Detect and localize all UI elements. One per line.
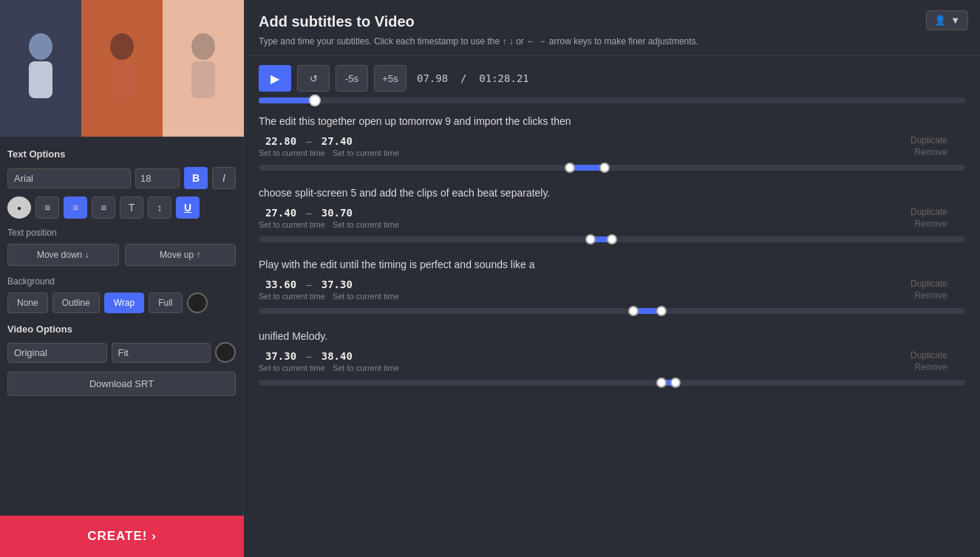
align-left-btn[interactable]: ≡ — [35, 197, 59, 219]
progress-thumb[interactable] — [309, 95, 321, 106]
subtitle-text: choose split-screen 5 and add the clips … — [259, 185, 965, 201]
range-thumb-left[interactable] — [628, 306, 639, 316]
play-button[interactable]: ▶ — [259, 65, 291, 92]
set-start-time-button[interactable]: Set to current time — [259, 220, 325, 229]
total-time: 01:28.21 — [479, 72, 528, 84]
skip-back-label: -5s — [345, 73, 358, 84]
align-center-btn[interactable]: ≡ — [64, 197, 87, 219]
svg-rect-3 — [110, 61, 134, 98]
duplicate-button[interactable]: Duplicate — [911, 207, 947, 217]
italic-button[interactable]: I — [212, 167, 236, 189]
timing-actions: Set to current time Set to current time — [259, 220, 399, 229]
range-slider[interactable] — [259, 308, 965, 314]
font-size-select[interactable]: 18 — [135, 168, 180, 188]
spacing-icon: ↕ — [157, 202, 163, 213]
sidebar-content: Text Options Arial 18 B I ● ≡ ≡ — [0, 137, 243, 516]
set-end-time-button[interactable]: Set to current time — [333, 220, 399, 229]
create-button[interactable]: CREATE! › — [0, 516, 244, 557]
range-slider[interactable] — [259, 165, 965, 171]
end-time-input[interactable] — [315, 207, 359, 219]
set-end-time-button[interactable]: Set to current time — [333, 363, 399, 372]
duplicate-remove: Duplicate Remove — [911, 207, 947, 229]
range-thumb-left[interactable] — [565, 163, 575, 173]
skip-fwd-button[interactable]: +5s — [374, 65, 406, 92]
duplicate-button[interactable]: Duplicate — [911, 135, 947, 146]
video-color-picker[interactable] — [215, 342, 236, 363]
range-slider[interactable] — [259, 236, 965, 242]
svg-rect-1 — [29, 61, 52, 98]
bold-button[interactable]: B — [184, 167, 208, 189]
range-thumb-left[interactable] — [585, 234, 596, 245]
duplicate-button[interactable]: Duplicate — [911, 350, 947, 360]
subtitle-entry: Play with the edit until the timing is p… — [259, 257, 965, 314]
video-options-heading: Video Options — [7, 324, 236, 335]
start-time-input[interactable] — [259, 350, 303, 362]
bg-outline-btn[interactable]: Outline — [52, 293, 100, 313]
bg-none-btn[interactable]: None — [7, 293, 48, 313]
align-right-btn[interactable]: ≡ — [92, 197, 115, 219]
video-frame-2 — [81, 0, 163, 137]
remove-button[interactable]: Remove — [914, 290, 947, 301]
subtitle-entry: The edit this together open up tomorrow … — [259, 114, 965, 171]
subtitle-text: The edit this together open up tomorrow … — [259, 114, 965, 129]
spacing-btn[interactable]: ↕ — [148, 197, 171, 219]
bg-wrap-btn[interactable]: Wrap — [104, 293, 144, 313]
player-controls: ▶ ↺ -5s +5s 07.98 / 01:28.21 — [244, 56, 980, 98]
range-slider[interactable] — [259, 380, 965, 386]
strikethrough-btn[interactable]: T — [120, 197, 143, 219]
video-ratio-select[interactable]: Original — [7, 343, 107, 363]
skip-back-button[interactable]: -5s — [336, 65, 368, 92]
duplicate-remove: Duplicate Remove — [911, 135, 947, 157]
move-down-button[interactable]: Move down ↓ — [7, 244, 119, 266]
duplicate-remove: Duplicate Remove — [911, 350, 947, 372]
remove-button[interactable]: Remove — [914, 219, 947, 229]
underline-btn[interactable]: U — [176, 197, 200, 219]
remove-button[interactable]: Remove — [914, 362, 947, 372]
page-title: Add subtitles to Video — [259, 13, 965, 30]
timing-actions: Set to current time Set to current time — [259, 148, 399, 157]
range-thumb-right[interactable] — [599, 163, 610, 173]
align-center-icon: ≡ — [72, 202, 78, 213]
set-start-time-button[interactable]: Set to current time — [259, 148, 325, 157]
main-progress-bar[interactable] — [259, 98, 965, 103]
end-time-input[interactable] — [315, 135, 359, 147]
remove-button[interactable]: Remove — [914, 147, 947, 157]
time-display: 07.98 / 01:28.21 — [417, 72, 529, 84]
range-thumb-right[interactable] — [670, 377, 681, 388]
start-time-input[interactable] — [259, 278, 303, 290]
user-menu[interactable]: 👤 ▼ — [926, 10, 968, 30]
font-family-select[interactable]: Arial — [7, 168, 131, 188]
main-area: Add subtitles to Video Type and time you… — [244, 0, 980, 557]
svg-point-4 — [191, 33, 215, 60]
current-time: 07.98 — [417, 72, 448, 84]
user-chevron-icon: ▼ — [950, 15, 960, 26]
start-time-input[interactable] — [259, 135, 303, 147]
bg-full-btn[interactable]: Full — [149, 293, 182, 313]
fill-btn[interactable]: ● — [7, 197, 31, 219]
skip-fwd-label: +5s — [382, 73, 398, 84]
move-up-button[interactable]: Move up ↑ — [125, 244, 237, 266]
background-label: Background — [7, 276, 236, 287]
reset-button[interactable]: ↺ — [297, 65, 330, 92]
set-end-time-button[interactable]: Set to current time — [333, 148, 399, 157]
set-end-time-button[interactable]: Set to current time — [333, 292, 399, 301]
underline-icon: U — [184, 202, 191, 213]
download-srt-button[interactable]: Download SRT — [7, 372, 236, 396]
set-start-time-button[interactable]: Set to current time — [259, 363, 325, 372]
start-time-input[interactable] — [259, 207, 303, 219]
range-thumb-left[interactable] — [656, 377, 667, 388]
range-thumb-right[interactable] — [607, 234, 617, 245]
sidebar: Text Options Arial 18 B I ● ≡ ≡ — [0, 0, 244, 557]
duplicate-button[interactable]: Duplicate — [911, 278, 947, 289]
set-start-time-button[interactable]: Set to current time — [259, 292, 325, 301]
range-thumb-right[interactable] — [656, 306, 667, 316]
subtitle-text: Play with the edit until the timing is p… — [259, 257, 965, 273]
end-time-input[interactable] — [315, 278, 359, 290]
end-time-input[interactable] — [315, 350, 359, 362]
timing-row: – — [259, 278, 399, 290]
video-preview — [0, 0, 244, 137]
text-options-heading: Text Options — [7, 148, 236, 160]
video-fit-select[interactable]: Fit — [112, 343, 211, 363]
bg-color-picker[interactable] — [187, 293, 208, 313]
progress-bar-fill — [259, 98, 315, 103]
